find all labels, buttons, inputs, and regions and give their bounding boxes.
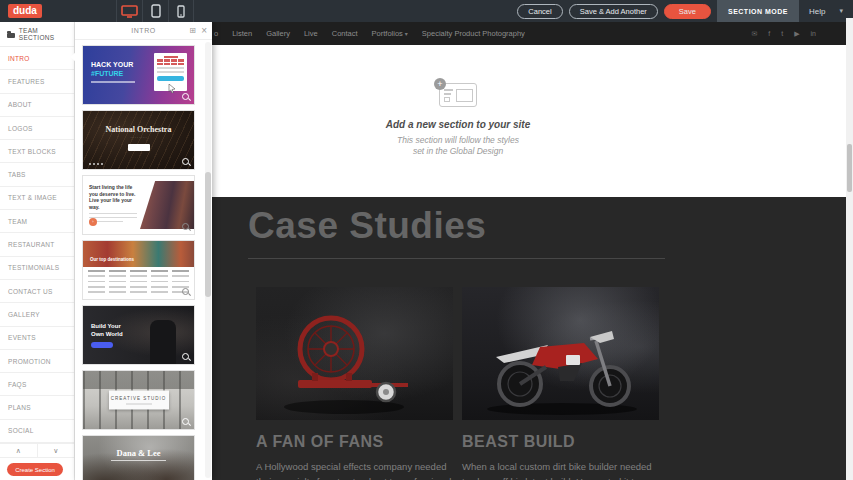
thumb-photo — [83, 241, 194, 267]
close-icon[interactable]: × — [201, 25, 207, 37]
thumbnail-national-orchestra[interactable]: National Orchestra · · · · · · · · — [82, 110, 195, 170]
nav-item-gallery[interactable]: Gallery — [266, 29, 290, 38]
sidebar-item-testimonials[interactable]: TESTIMONIALS — [0, 257, 74, 280]
save-add-another-button[interactable]: Save & Add Another — [569, 4, 658, 19]
app-root: o Listen Gallery Live Contact Portfolios… — [0, 0, 853, 480]
sidebar-item-logos[interactable]: LOGOS — [0, 117, 74, 140]
help-label: Help — [809, 7, 825, 16]
sidebar-item-features[interactable]: FEATURES — [0, 70, 74, 93]
zoom-icon[interactable] — [182, 288, 190, 296]
facebook-icon[interactable]: f — [768, 30, 770, 37]
case-studies-section: Case Studies — [212, 197, 846, 480]
thumb-heading: National Orchestra — [83, 125, 194, 134]
add-section-subtitle-line1: This section will follow the styles — [378, 135, 538, 146]
sidebar-scroll-arrows: ∧ ∨ — [0, 443, 74, 458]
thumb-table — [88, 270, 189, 296]
topbar-actions: Cancel Save & Add Another Save SECTION M… — [517, 0, 847, 22]
sidebar-item-gallery[interactable]: GALLERY — [0, 303, 74, 326]
thumbnail-live-your-way[interactable]: Start living the life you deserve to liv… — [82, 175, 195, 235]
page-scrollbar-thumb[interactable] — [847, 144, 852, 192]
thumb-photo — [140, 181, 194, 229]
folder-icon — [7, 33, 15, 38]
thumb-cta-circle: › — [89, 218, 97, 226]
cursor-icon — [168, 84, 176, 93]
case-title: A FAN OF FANS — [256, 433, 453, 451]
nav-item-portfolios[interactable]: Portfolios▾ — [372, 29, 408, 38]
zoom-icon[interactable] — [182, 223, 190, 231]
add-section-placeholder[interactable]: + Add a new section to your site This se… — [378, 83, 538, 157]
thumb-heading: Dana & Lee — [83, 448, 194, 458]
youtube-icon[interactable]: ▶ — [794, 30, 799, 38]
case-card-fan: A FAN OF FANS A Hollywood special effect… — [256, 287, 453, 480]
panel-scrollbar-thumb[interactable] — [205, 172, 211, 297]
thumb-heading-line1: Build Your — [91, 322, 123, 330]
section-mode-badge: SECTION MODE — [717, 0, 799, 22]
nav-social-icons: ✉ f t ▶ in — [751, 22, 816, 45]
thumb-cta-button — [157, 76, 184, 81]
team-sections-header: TEAM SECTIONS — [0, 22, 74, 47]
mail-icon[interactable]: ✉ — [751, 30, 757, 38]
thumb-photo-figures — [150, 320, 176, 365]
nav-item-portfolios-label: Portfolios — [372, 29, 403, 38]
scroll-down-button[interactable]: ∨ — [38, 444, 75, 457]
thumb-text-bar — [91, 81, 135, 83]
thumb-subtext: · · · · · · · · — [83, 136, 194, 140]
thumb-heading-line2: Own World — [91, 330, 123, 338]
nav-item-listen[interactable]: Listen — [232, 29, 252, 38]
thumb-heading-line2: #FUTURE — [91, 69, 135, 78]
sidebar-item-restaurant[interactable]: RESTAURANT — [0, 233, 74, 256]
add-section-area[interactable]: + Add a new section to your site This se… — [212, 45, 846, 197]
thumbnail-creative-studio[interactable]: CREATIVE STUDIO — [82, 370, 195, 430]
mobile-icon — [177, 5, 185, 18]
tablet-view-button[interactable] — [142, 0, 168, 22]
panel-scrollbar[interactable] — [205, 42, 211, 478]
zoom-icon[interactable] — [182, 158, 190, 166]
zoom-icon[interactable] — [182, 353, 190, 361]
fan-case-image — [256, 287, 453, 420]
sidebar-item-tabs[interactable]: TABS — [0, 163, 74, 186]
zoom-icon[interactable] — [182, 418, 190, 426]
sidebar-item-text-image[interactable]: TEXT & IMAGE — [0, 187, 74, 210]
save-button[interactable]: Save — [664, 4, 711, 19]
thumbnail-top-destinations[interactable]: Our top destinations — [82, 240, 195, 300]
sidebar-item-faqs[interactable]: FAQS — [0, 373, 74, 396]
nav-item-specialty[interactable]: Specialty Product Photography — [422, 29, 525, 38]
create-section-button[interactable]: Create Section — [7, 463, 63, 476]
sidebar-item-contact-us[interactable]: CONTACT US — [0, 280, 74, 303]
nav-item-partial[interactable]: o — [214, 29, 218, 38]
scroll-up-button[interactable]: ∧ — [0, 444, 38, 457]
case-text: When a local custom dirt bike builder ne… — [462, 460, 659, 480]
cancel-button[interactable]: Cancel — [517, 4, 562, 19]
sidebar-item-intro[interactable]: INTRO — [0, 47, 74, 70]
desktop-view-button[interactable] — [116, 0, 142, 22]
thumb-button — [91, 342, 113, 348]
sidebar-item-text-blocks[interactable]: TEXT BLOCKS — [0, 140, 74, 163]
add-section-subtitle: This section will follow the styles set … — [378, 135, 538, 157]
help-menu[interactable]: Help ▾ — [805, 7, 847, 16]
sidebar-item-social[interactable]: SOCIAL — [0, 420, 74, 443]
linkedin-icon[interactable]: in — [811, 30, 816, 37]
page-scrollbar[interactable] — [846, 18, 853, 480]
sidebar-item-promotion[interactable]: PROMOTION — [0, 350, 74, 373]
thumbnail-hack-your-future[interactable]: HACK YOUR #FUTURE — [82, 45, 195, 105]
mobile-view-button[interactable] — [168, 0, 194, 22]
sidebar-item-team[interactable]: TEAM — [0, 210, 74, 233]
add-section-subtitle-line2: set in the Global Design — [378, 146, 538, 157]
thumbnail-dana-and-lee[interactable]: Dana & Lee — [82, 435, 195, 480]
carousel-dots — [89, 163, 103, 165]
zoom-icon[interactable] — [182, 93, 190, 101]
intro-panel: INTRO ⊞ × HACK YOUR #FUTURE — [75, 22, 212, 480]
section-placeholder-icon: + — [439, 83, 477, 107]
nav-item-live[interactable]: Live — [304, 29, 318, 38]
sidebar-item-about[interactable]: ABOUT — [0, 94, 74, 117]
nav-item-contact[interactable]: Contact — [332, 29, 358, 38]
grid-view-icon[interactable]: ⊞ — [189, 27, 196, 35]
twitter-icon[interactable]: t — [781, 30, 783, 37]
device-switcher — [116, 0, 194, 22]
bike-case-image — [462, 287, 659, 420]
sidebar-item-events[interactable]: EVENTS — [0, 327, 74, 350]
sidebar-item-plans[interactable]: PLANS — [0, 396, 74, 419]
thumb-button — [128, 144, 150, 151]
thumb-text: Build Your Own World — [91, 322, 123, 338]
thumbnail-build-your-own-world[interactable]: Build Your Own World — [82, 305, 195, 365]
